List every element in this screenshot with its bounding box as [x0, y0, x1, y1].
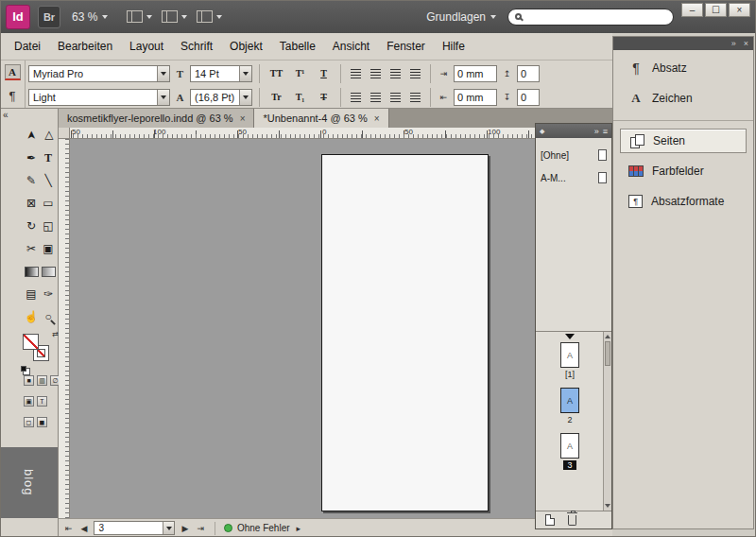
font-family-select[interactable]: Myriad Pro [28, 65, 170, 82]
strikethrough-button[interactable]: T [314, 88, 334, 106]
zoom-tool[interactable]: ○ [40, 305, 57, 328]
chevron-down-icon[interactable] [239, 90, 251, 105]
ruler-origin-box[interactable] [59, 128, 70, 139]
note-tool[interactable]: ▤ [23, 283, 40, 305]
formatting-affects-container-button[interactable]: ▣ [24, 396, 34, 407]
rectangle-tool[interactable]: ▭ [40, 192, 57, 215]
swap-fill-stroke-icon[interactable]: ⇄ [52, 330, 59, 338]
apply-color-button[interactable]: ■ [24, 375, 34, 386]
direct-selection-tool[interactable]: ▷ [37, 127, 60, 144]
expand-dock-icon[interactable]: » [731, 40, 736, 48]
small-caps-button[interactable]: Tr [266, 88, 286, 106]
apply-gradient-button[interactable]: ▥ [37, 375, 47, 386]
subscript-button[interactable]: T₁ [290, 88, 310, 106]
menu-hilfe[interactable]: Hilfe [434, 36, 473, 57]
align-center-button[interactable] [368, 66, 384, 80]
underline-button[interactable]: T [314, 64, 334, 82]
pages-panel-header[interactable]: ◆ » ≡ [536, 124, 611, 138]
justify-button[interactable] [407, 66, 423, 80]
indent-first-line-field[interactable]: 0 mm [454, 89, 497, 106]
gradient-feather-tool[interactable] [40, 260, 57, 283]
panel-button-absatzformate[interactable]: ¶ Absatzformate [620, 189, 747, 214]
document-tab-kosmetikflyer[interactable]: kosmetikflyer-leporello.indd @ 63 % × [59, 109, 254, 128]
font-style-select[interactable]: Light [28, 89, 170, 106]
scroll-up-icon[interactable] [605, 335, 610, 338]
rotate-tool[interactable]: ↻ [23, 215, 40, 237]
page-item-1[interactable]: A [1] [536, 342, 604, 379]
panel-button-absatz[interactable]: ¶ Absatz [620, 56, 747, 80]
collapse-tools-icon[interactable]: « [3, 110, 9, 120]
chevron-down-icon[interactable] [157, 90, 169, 105]
menu-bearbeiten[interactable]: Bearbeiten [49, 36, 121, 57]
menu-schrift[interactable]: Schrift [172, 36, 221, 57]
previous-page-button[interactable]: ◀ [79, 524, 90, 533]
panel-button-seiten[interactable]: Seiten [620, 129, 747, 153]
hand-tool[interactable]: ☝ [23, 305, 40, 328]
align-right-button[interactable] [387, 66, 404, 80]
menu-tabelle[interactable]: Tabelle [271, 36, 324, 57]
page-number-select[interactable]: 3 [94, 521, 175, 535]
scale-tool[interactable]: ◱ [40, 215, 57, 237]
page-item-2[interactable]: A 2 [536, 388, 604, 424]
view-options-dropdown[interactable] [127, 10, 152, 23]
menu-objekt[interactable]: Objekt [221, 36, 271, 57]
panel-button-zeichen[interactable]: A Zeichen [620, 86, 747, 111]
panel-button-farbfelder[interactable]: Farbfelder [620, 159, 747, 183]
pencil-tool[interactable]: ✎ [23, 169, 40, 192]
space-before-field[interactable]: 0 [517, 65, 540, 82]
document-tab-unbenannt[interactable]: *Unbenannt-4 @ 63 % × [254, 109, 388, 128]
justify-all-button[interactable] [407, 90, 423, 104]
collapse-panel-icon[interactable]: » [594, 127, 599, 136]
last-page-button[interactable]: ⇥ [195, 524, 206, 533]
page-item-3[interactable]: A 3 [536, 433, 604, 470]
default-fill-stroke-icon[interactable] [21, 366, 26, 372]
normal-view-button[interactable]: ◻ [24, 417, 34, 427]
align-left-button[interactable] [348, 66, 364, 80]
search-box[interactable] [507, 9, 674, 26]
master-page-row-ohne[interactable]: [Ohne] [541, 144, 607, 166]
preflight-menu-icon[interactable]: ▸ [295, 524, 303, 533]
chevron-down-icon[interactable] [239, 66, 251, 81]
close-tab-icon[interactable]: × [374, 113, 380, 124]
gradient-tool[interactable] [23, 260, 40, 283]
justify-center-button[interactable] [368, 90, 384, 104]
arrange-documents-dropdown[interactable] [197, 10, 222, 23]
workspace-dropdown[interactable]: Grundlagen [422, 9, 500, 26]
maximize-button[interactable]: ☐ [705, 3, 727, 17]
master-page-row-a[interactable]: A-M... [541, 166, 607, 189]
character-formatting-button[interactable]: A [0, 61, 25, 84]
page-thumbnail[interactable]: A [560, 388, 579, 413]
font-size-select[interactable]: 14 Pt [190, 65, 252, 82]
page-thumbnail[interactable]: A [560, 433, 579, 459]
frame-tool[interactable]: ⊠ [23, 192, 40, 215]
bridge-button[interactable]: Br [38, 6, 60, 28]
delete-page-button[interactable] [568, 515, 576, 526]
page-thumbnail[interactable]: A [560, 342, 579, 368]
search-input[interactable] [526, 11, 666, 23]
scroll-down-icon[interactable] [605, 504, 610, 508]
justify-left-button[interactable] [348, 90, 364, 104]
menu-fenster[interactable]: Fenster [378, 36, 434, 57]
new-page-button[interactable] [545, 514, 555, 526]
preview-view-button[interactable]: ◼ [37, 417, 47, 427]
scrollbar-thumb[interactable] [605, 341, 610, 366]
indent-left-field[interactable]: 0 mm [454, 65, 497, 82]
chevron-down-icon[interactable] [157, 66, 169, 81]
fill-swatch[interactable] [23, 334, 39, 350]
minimize-button[interactable]: – [681, 3, 703, 17]
screen-mode-dropdown[interactable] [162, 10, 187, 23]
paragraph-formatting-button[interactable]: ¶ [0, 84, 25, 108]
pen-tool[interactable]: ✒ [23, 147, 40, 169]
close-dock-icon[interactable]: × [744, 40, 748, 48]
eyedropper-tool[interactable]: ✑ [40, 283, 57, 305]
scissors-tool[interactable]: ✂ [23, 237, 40, 260]
pages-scrollbar[interactable] [603, 332, 611, 511]
menu-ansicht[interactable]: Ansicht [324, 36, 378, 57]
panel-menu-icon[interactable]: ≡ [603, 127, 608, 136]
document-page[interactable] [321, 154, 489, 511]
menu-datei[interactable]: Datei [6, 36, 49, 57]
close-button[interactable]: × [729, 3, 750, 17]
free-transform-tool[interactable]: ▣ [40, 237, 57, 260]
type-tool[interactable]: T [40, 147, 57, 169]
line-tool[interactable]: ╲ [40, 169, 57, 192]
